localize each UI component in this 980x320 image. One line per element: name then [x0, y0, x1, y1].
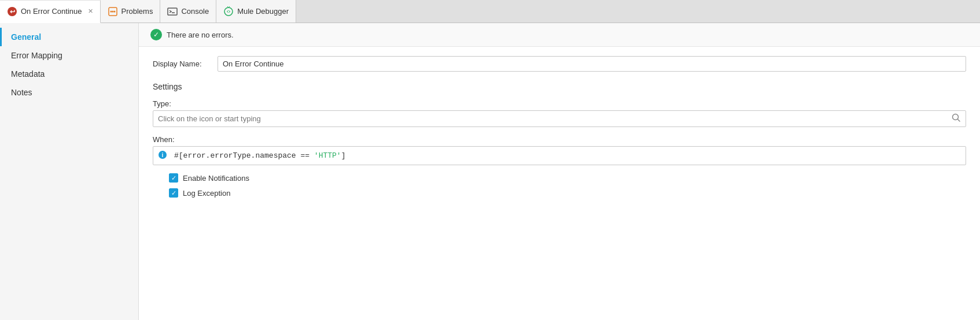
- search-icon[interactable]: [947, 111, 966, 126]
- svg-text:↩: ↩: [10, 8, 16, 15]
- type-label: Type:: [153, 99, 966, 108]
- when-expression-field[interactable]: #[error.errorType.namespace == 'HTTP']: [172, 148, 966, 163]
- when-expr-suffix: ]: [341, 151, 346, 160]
- settings-heading: Settings: [153, 80, 966, 91]
- tab-mule-debugger-label: Mule Debugger: [237, 7, 289, 16]
- tab-on-error-continue-label: On Error Continue: [21, 7, 82, 16]
- success-icon: ✓: [150, 29, 162, 40]
- display-name-row: Display Name:: [153, 56, 966, 72]
- svg-line-13: [958, 120, 960, 122]
- success-banner: ✓ There are no errors.: [139, 23, 980, 47]
- tab-console-label: Console: [181, 7, 209, 16]
- form-section: Display Name: Settings Type:: [139, 47, 980, 213]
- type-input[interactable]: [153, 111, 947, 126]
- when-expr-prefix: #[error.errorType.namespace ==: [174, 151, 314, 160]
- tab-close-icon[interactable]: ✕: [88, 8, 93, 15]
- content-area: ✓ There are no errors. Display Name: Set…: [139, 23, 980, 320]
- when-input-wrapper: i #[error.errorType.namespace == 'HTTP']: [153, 146, 966, 165]
- console-icon: [167, 6, 178, 17]
- when-label: When:: [153, 135, 966, 144]
- main-layout: General Error Mapping Metadata Notes ✓ T…: [0, 23, 980, 320]
- tab-bar: ↩ On Error Continue ✕ Problems Console: [0, 0, 980, 23]
- error-continue-icon: ↩: [7, 6, 17, 17]
- sidebar: General Error Mapping Metadata Notes: [0, 23, 139, 320]
- enable-notifications-label: Enable Notifications: [183, 174, 249, 183]
- svg-text:i: i: [162, 152, 164, 158]
- enable-notifications-row: ✓ Enable Notifications: [153, 173, 966, 183]
- log-exception-row: ✓ Log Exception: [153, 188, 966, 198]
- display-name-input[interactable]: [218, 56, 966, 72]
- svg-point-9: [228, 10, 230, 12]
- svg-rect-6: [168, 8, 177, 15]
- tab-on-error-continue[interactable]: ↩ On Error Continue ✕: [0, 1, 101, 23]
- type-input-wrapper: [153, 110, 966, 127]
- log-exception-checkbox[interactable]: ✓: [169, 188, 178, 198]
- when-row: When: i #[error.errorType.namespace == '…: [153, 135, 966, 165]
- info-icon[interactable]: i: [153, 147, 172, 165]
- enable-notifications-checkbox[interactable]: ✓: [169, 173, 178, 183]
- success-message: There are no errors.: [167, 31, 234, 39]
- tab-problems-label: Problems: [121, 7, 153, 16]
- tab-mule-debugger[interactable]: Mule Debugger: [216, 0, 296, 23]
- sidebar-item-notes[interactable]: Notes: [0, 83, 138, 102]
- sidebar-item-error-mapping[interactable]: Error Mapping: [0, 46, 138, 65]
- when-expr-value: 'HTTP': [314, 151, 341, 160]
- svg-point-5: [113, 10, 115, 12]
- tab-problems[interactable]: Problems: [101, 0, 161, 23]
- debugger-icon: [223, 6, 234, 17]
- display-name-label: Display Name:: [153, 59, 211, 68]
- log-exception-label: Log Exception: [183, 189, 230, 198]
- sidebar-item-general[interactable]: General: [0, 28, 138, 46]
- type-row: Type:: [153, 99, 966, 127]
- svg-point-4: [112, 10, 113, 12]
- problems-icon: [108, 6, 118, 17]
- svg-point-3: [110, 10, 112, 12]
- tab-console[interactable]: Console: [160, 0, 216, 23]
- sidebar-item-metadata[interactable]: Metadata: [0, 65, 138, 83]
